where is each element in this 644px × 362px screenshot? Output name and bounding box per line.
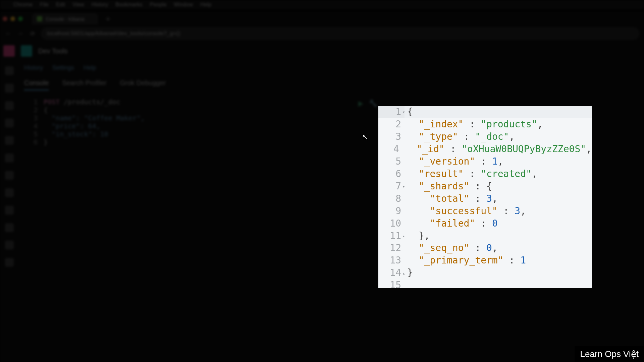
code-content[interactable]: "_id" : "oXHuaW0BUQPyByzZZe0S", (402, 143, 592, 156)
tab-search-profiler[interactable]: Search Profiler (62, 79, 106, 90)
address-bar[interactable]: localhost:5601/app/kibana#/dev_tools/con… (41, 27, 639, 40)
line-number: 7▾ (378, 180, 405, 193)
response-panel[interactable]: 1▾{2 "_index" : "products",3 "_type" : "… (378, 106, 592, 288)
line-number: 6 (378, 168, 405, 180)
fold-toggle-icon[interactable]: ▾ (402, 109, 405, 115)
response-line: 13 "_primary_term" : 1 (378, 254, 592, 267)
code-content[interactable]: "successful" : 3, (405, 205, 526, 218)
forward-icon[interactable]: → (17, 30, 24, 37)
line-number: 8 (378, 193, 405, 205)
subnav-history[interactable]: History (24, 64, 43, 71)
menu-item[interactable]: Edit (56, 2, 65, 8)
line-number: 12 (378, 242, 405, 254)
response-line: 11▴ }, (378, 230, 592, 242)
code-content[interactable]: "_primary_term" : 1 (405, 254, 526, 267)
sidebar-icon[interactable] (5, 171, 14, 180)
mouse-cursor-icon: ↖ (362, 132, 368, 141)
line-number: 13 (378, 254, 405, 267)
menu-item[interactable]: Chrome (13, 2, 33, 8)
sidebar-icon[interactable] (5, 84, 14, 93)
sidebar-icon[interactable] (5, 119, 14, 127)
response-line: 9 "successful" : 3, (378, 205, 592, 218)
watermark: Learn Ops Việt (575, 346, 644, 362)
code-content[interactable]: }, (405, 230, 430, 242)
response-line: 5 "_version" : 1, (378, 156, 592, 168)
favicon-icon (37, 16, 42, 21)
code-content[interactable]: "result" : "created", (405, 168, 537, 180)
menu-item[interactable]: Help (200, 2, 211, 8)
fold-toggle-icon[interactable]: ▴ (402, 233, 405, 239)
code-content[interactable]: "_version" : 1, (405, 156, 503, 168)
run-request-button[interactable] (356, 99, 365, 109)
mac-menubar: Chrome File Edit View History Bookmarks … (0, 0, 644, 9)
reload-icon[interactable]: ⟳ (29, 30, 36, 37)
new-tab-button[interactable]: ＋ (101, 14, 115, 24)
close-icon[interactable] (3, 16, 7, 21)
sidebar-icon[interactable] (5, 154, 14, 162)
sidebar-icon[interactable] (5, 136, 14, 145)
fold-toggle-icon[interactable]: ▴ (402, 270, 405, 276)
sidebar-icon[interactable] (5, 206, 14, 215)
code-content[interactable]: { (405, 106, 592, 118)
response-line: 4 "_id" : "oXHuaW0BUQPyByzZZe0S", (378, 143, 592, 156)
code-content[interactable]: "failed" : 0 (405, 218, 498, 230)
home-icon[interactable] (21, 45, 32, 57)
sidebar-icon[interactable] (5, 223, 14, 232)
line-number: 15 (378, 279, 405, 288)
tab-console[interactable]: Console (24, 79, 49, 90)
menu-item[interactable]: Bookmarks (115, 2, 142, 8)
line-number: 2 (378, 118, 405, 131)
response-line: 12 "_seq_no" : 0, (378, 242, 592, 254)
code-content[interactable] (405, 279, 407, 288)
response-line: 10 "failed" : 0 (378, 218, 592, 230)
menu-item[interactable]: View (72, 2, 84, 8)
response-line: 7▾ "_shards" : { (378, 180, 592, 193)
sidebar-icon[interactable] (5, 101, 14, 110)
request-editor[interactable]: 1POST /products/_doc 2{ 3 "name": "Coffe… (24, 98, 360, 146)
window-controls[interactable] (3, 16, 23, 21)
kibana-logo-icon[interactable] (3, 45, 15, 57)
sidebar-icon[interactable] (5, 258, 14, 267)
code-content[interactable]: "_shards" : { (405, 180, 492, 193)
response-line: 15 (378, 279, 592, 288)
devtools-tabs: Console Search Profiler Grok Debugger (24, 79, 166, 90)
response-line: 3 "_type" : "_doc", (378, 131, 592, 143)
menu-item[interactable]: File (40, 2, 49, 8)
menu-item[interactable]: People (150, 2, 166, 8)
subnav-settings[interactable]: Settings (52, 64, 74, 71)
sidebar-icon[interactable] (5, 188, 14, 197)
tab-grok-debugger[interactable]: Grok Debugger (120, 79, 166, 90)
kibana-sidebar (0, 62, 19, 351)
tab-title: Console - Kibana (46, 16, 84, 22)
code-content[interactable]: "_seq_no" : 0, (405, 242, 498, 254)
devtools-subnav: History Settings Help (24, 64, 96, 71)
sidebar-icon[interactable] (5, 66, 14, 75)
fold-toggle-icon[interactable]: ▾ (402, 183, 405, 189)
line-number: 14▴ (378, 267, 405, 279)
kibana-header: Dev Tools (0, 41, 644, 61)
back-icon[interactable]: ← (5, 30, 12, 37)
code-content[interactable]: "total" : 3, (405, 193, 498, 205)
line-number: 1▾ (378, 106, 405, 118)
response-line: 14▴} (378, 267, 592, 279)
line-number: 5 (378, 156, 405, 168)
menu-item[interactable]: History (92, 2, 108, 8)
subnav-help[interactable]: Help (84, 64, 96, 71)
code-content[interactable]: "_type" : "_doc", (405, 131, 515, 143)
line-number: 3 (378, 131, 405, 143)
maximize-icon[interactable] (18, 16, 23, 21)
line-number: 10 (378, 218, 405, 230)
code-content[interactable]: } (405, 267, 413, 279)
browser-tab[interactable]: Console - Kibana (32, 13, 98, 24)
code-content[interactable]: "_index" : "products", (405, 118, 543, 131)
line-number: 9 (378, 205, 405, 218)
response-line: 1▾{ (378, 106, 592, 118)
response-line: 2 "_index" : "products", (378, 118, 592, 131)
line-number: 11▴ (378, 230, 405, 242)
sidebar-icon[interactable] (5, 241, 14, 249)
response-line: 6 "result" : "created", (378, 168, 592, 180)
minimize-icon[interactable] (10, 16, 15, 21)
line-number: 4 (378, 143, 402, 156)
request-options-icon[interactable]: 🔧 (369, 99, 377, 107)
menu-item[interactable]: Window (174, 2, 193, 8)
